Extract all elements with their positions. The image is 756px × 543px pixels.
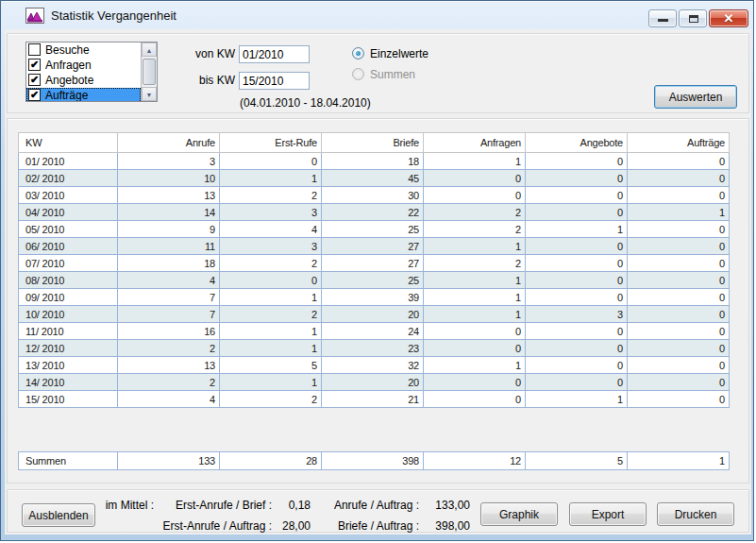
kw-cell: 12/ 2010 — [19, 340, 118, 357]
list-item-besuche[interactable]: Besuche — [26, 42, 141, 58]
value-cell: 1 — [220, 289, 322, 306]
table-row[interactable]: 06/ 201011327100 — [19, 238, 730, 255]
value-cell: 27 — [322, 255, 424, 272]
checkbox-angebote[interactable]: ✔ — [28, 74, 41, 86]
table-row[interactable]: 15/ 20104221010 — [19, 391, 730, 408]
value-cell: 0 — [526, 323, 628, 340]
export-button[interactable]: Export — [569, 502, 647, 526]
table-row[interactable]: 07/ 201018227200 — [19, 255, 730, 272]
value-cell: 0 — [628, 153, 730, 170]
kw-cell: 14/ 2010 — [19, 374, 118, 391]
col-header-anrufe[interactable]: Anrufe — [118, 133, 220, 153]
checkbox-besuche[interactable] — [28, 43, 41, 56]
table-row[interactable]: 04/ 201014322201 — [19, 204, 730, 221]
value-cell: 2 — [220, 187, 322, 204]
kw-cell: 11/ 2010 — [19, 323, 118, 340]
value-cell: 4 — [118, 272, 220, 289]
value-cell: 25 — [322, 221, 424, 238]
close-button[interactable]: ✕ — [709, 9, 748, 27]
radio-einzelwerte[interactable]: Einzelwerte — [352, 47, 428, 62]
value-cell: 0 — [526, 170, 628, 187]
kw-cell: 05/ 2010 — [19, 221, 118, 238]
checkbox-auftraege[interactable]: ✔ — [28, 89, 41, 101]
value-cell: 4 — [220, 221, 322, 238]
value-cell: 7 — [118, 289, 220, 306]
value-cell: 14 — [118, 204, 220, 221]
value-cell: 9 — [118, 221, 220, 238]
kw-cell: 15/ 2010 — [19, 391, 118, 408]
table-row[interactable]: 11/ 201016124000 — [19, 323, 730, 340]
table-row[interactable]: 03/ 201013230000 — [19, 187, 730, 204]
col-header-briefe[interactable]: Briefe — [322, 133, 424, 153]
value-cell: 0 — [628, 306, 730, 323]
value-cell: 20 — [322, 374, 424, 391]
summen-table: Summen 133 28 398 12 5 1 — [18, 451, 730, 470]
value-cell: 13 — [118, 187, 220, 204]
list-item-angebote[interactable]: ✔ Angebote — [26, 73, 141, 88]
value-cell: 21 — [322, 391, 424, 408]
value-cell: 0 — [628, 221, 730, 238]
list-item-auftraege[interactable]: ✔ Aufträge — [26, 88, 141, 101]
summen-value-cell: 398 — [322, 452, 424, 470]
table-row[interactable]: 01/ 20103018100 — [19, 153, 730, 170]
value-cell: 0 — [628, 238, 730, 255]
table-row[interactable]: 10/ 20107220130 — [19, 306, 730, 323]
maximize-button[interactable] — [679, 9, 707, 27]
list-item-label: Anfragen — [45, 59, 92, 72]
list-item-label: Angebote — [45, 74, 93, 87]
window-title: Statistik Vergangenheit — [51, 8, 176, 23]
kw-cell: 13/ 2010 — [19, 357, 118, 374]
table-panel: KW Anrufe Erst-Rufe Briefe Anfragen Ange… — [7, 118, 749, 484]
radio-summen-label: Summen — [370, 68, 415, 81]
minimize-button[interactable] — [648, 9, 677, 27]
value-cell: 0 — [526, 238, 628, 255]
value-cell: 1 — [220, 374, 322, 391]
auswerten-button[interactable]: Auswerten — [654, 85, 737, 109]
bis-kw-input[interactable] — [239, 72, 310, 90]
list-item-anfragen[interactable]: ✔ Anfragen — [26, 58, 141, 73]
checkbox-anfragen[interactable]: ✔ — [28, 59, 41, 71]
drucken-button[interactable]: Drucken — [657, 502, 734, 526]
value-cell: 45 — [322, 170, 424, 187]
table-row[interactable]: 13/ 201013532100 — [19, 357, 730, 374]
maximize-icon — [689, 15, 698, 23]
stat-value-anrufe-auftrag: 133,00 — [395, 499, 470, 512]
graphik-button[interactable]: Graphik — [480, 502, 558, 526]
summen-value-cell: 12 — [424, 452, 526, 470]
table-row[interactable]: 09/ 20107139100 — [19, 289, 730, 306]
value-cell: 0 — [628, 272, 730, 289]
table-row[interactable]: 12/ 20102123000 — [19, 340, 730, 357]
value-cell: 0 — [424, 340, 526, 357]
table-row[interactable]: 02/ 201010145000 — [19, 170, 730, 187]
titlebar[interactable]: Statistik Vergangenheit ✕ — [1, 1, 753, 29]
value-cell: 2 — [220, 255, 322, 272]
col-header-kw[interactable]: KW — [19, 133, 118, 153]
col-header-erst-rufe[interactable]: Erst-Rufe — [220, 133, 322, 153]
value-cell: 1 — [526, 391, 628, 408]
footer-panel: Ausblenden im Mittel : Erst-Anrufe / Bri… — [7, 489, 749, 533]
value-cell: 13 — [118, 357, 220, 374]
kw-cell: 01/ 2010 — [19, 153, 118, 170]
summen-label-cell: Summen — [19, 452, 118, 470]
value-cell: 0 — [526, 340, 628, 357]
value-cell: 1 — [424, 289, 526, 306]
table-row[interactable]: 08/ 20104025100 — [19, 272, 730, 289]
table-row[interactable]: 14/ 20102120000 — [19, 374, 730, 391]
value-cell: 1 — [220, 340, 322, 357]
value-cell: 0 — [526, 289, 628, 306]
col-header-angebote[interactable]: Angebote — [526, 133, 628, 153]
value-cell: 18 — [118, 255, 220, 272]
value-cell: 4 — [118, 391, 220, 408]
statistics-table: KW Anrufe Erst-Rufe Briefe Anfragen Ange… — [18, 132, 730, 408]
value-cell: 1 — [424, 357, 526, 374]
col-header-auftraege[interactable]: Aufträge — [628, 133, 730, 153]
table-row[interactable]: 05/ 20109425210 — [19, 221, 730, 238]
category-listbox[interactable]: Besuche ✔ Anfragen ✔ Angebote ✔ Aufträge — [25, 42, 158, 102]
app-statistics-icon — [25, 8, 44, 24]
value-cell: 22 — [322, 204, 424, 221]
col-header-anfragen[interactable]: Anfragen — [424, 133, 526, 153]
scroll-down-icon[interactable]: ▼ — [142, 87, 157, 101]
table-header-row: KW Anrufe Erst-Rufe Briefe Anfragen Ange… — [19, 133, 730, 153]
von-kw-input[interactable] — [239, 45, 310, 63]
value-cell: 39 — [322, 289, 424, 306]
